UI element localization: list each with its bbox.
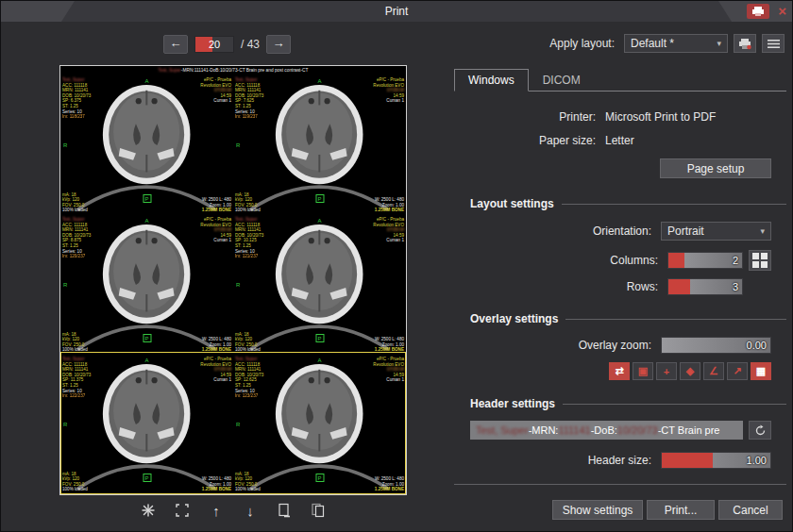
- remove-page-button[interactable]: [272, 501, 296, 520]
- printer-plus-icon: [738, 38, 751, 50]
- ct-image-cell[interactable]: Test, Super ACC: 111118 MRN: 111141 DOB:…: [60, 215, 233, 355]
- cell-overlay-top-left: Test, Super ACC: 111118 MRN: 111141 DOB:…: [235, 77, 263, 120]
- preview-cell-grid: Test, Super ACC: 111118 MRN: 111141 DOB:…: [60, 75, 406, 494]
- layout-grid-picker-button[interactable]: [749, 250, 771, 271]
- columns-slider[interactable]: 2: [667, 252, 743, 269]
- tab-dicom[interactable]: DICOM: [529, 69, 595, 91]
- ct-image-cell[interactable]: Test, Super ACC: 111118 MRN: 111141 DOB:…: [233, 355, 406, 494]
- cancel-button[interactable]: Cancel: [718, 500, 783, 520]
- fit-to-window-button[interactable]: [170, 501, 194, 520]
- dialog-footer: Show settings Print... Cancel: [552, 500, 783, 520]
- cell-facility: eP/C - Prueba: [200, 77, 231, 83]
- chevron-down-icon: ▾: [760, 226, 765, 236]
- actual-size-button[interactable]: [136, 501, 160, 520]
- ct-image-cell[interactable]: Test, Super ACC: 111118 MRN: 111141 DOB:…: [233, 215, 406, 355]
- cell-loaded-status: 100% loaded: [235, 347, 261, 353]
- header-size-value: 1.00: [747, 453, 767, 468]
- cell-overlay-top-right: eP/C - Prueba Revolution EVO 07/25/18 14…: [200, 357, 231, 383]
- orientation-select[interactable]: Portrait ▾: [661, 222, 771, 241]
- cell-mrn: MRN: 111141: [62, 367, 91, 373]
- rows-slider[interactable]: 3: [667, 278, 743, 295]
- header-patient-name: Test, Super: [476, 424, 529, 436]
- print-button[interactable]: Print...: [647, 500, 715, 520]
- cell-overlay-bottom-left: mA: 18 kVp: 120 FOV: 250.0 100% loaded: [62, 472, 88, 492]
- cell-study-date: 07/25/18: [200, 227, 231, 233]
- cell-mrn: MRN: 111141: [235, 227, 263, 233]
- cell-overlay-top-left: Test, Super ACC: 111118 MRN: 111141 DOB:…: [235, 217, 263, 259]
- cell-overlay-bottom-left: mA: 18 kVp: 120 FOV: 250.0 100% loaded: [235, 472, 261, 492]
- layout-select[interactable]: Default * ▾: [624, 34, 728, 53]
- refresh-icon: [754, 424, 767, 437]
- cell-facility: eP/C - Prueba: [373, 217, 404, 223]
- orientation-row: Orientation: Portrait ▾: [454, 222, 786, 241]
- ruler-overlay-icon[interactable]: ∠: [703, 362, 724, 380]
- overlay-toggle-buttons: ⇄▣+◈∠↗▦: [454, 362, 786, 380]
- cell-extra-label: Cuman 1: [373, 98, 404, 104]
- paper-size-value: Letter: [605, 134, 786, 147]
- overlay-zoom-label: Overlay zoom:: [454, 339, 651, 352]
- crosshair-overlay-icon[interactable]: +: [656, 362, 677, 380]
- cell-overlay-bottom-left: mA: 18 kVp: 120 FOV: 250.0 100% loaded: [62, 192, 88, 213]
- page-header-text: -MRN:111141-DoB:10/20/73-CT Brain pre an…: [181, 68, 309, 73]
- header-size-slider[interactable]: 1.00: [661, 452, 771, 469]
- page-number-slider[interactable]: 20: [194, 36, 234, 53]
- cell-patient-name: Test, Super: [235, 217, 263, 223]
- ct-image-cell[interactable]: Test, Super ACC: 111118 MRN: 111141 DOB:…: [60, 75, 233, 215]
- cell-preset: 1.25MM BONE: [202, 208, 231, 213]
- cell-overlay-top-left: Test, Super ACC: 111118 MRN: 111141 DOB:…: [235, 357, 263, 399]
- print-dialog: Print × ← 20 / 43 → Apply layout: Defaul…: [0, 0, 793, 532]
- save-layout-button[interactable]: [734, 34, 756, 53]
- cell-window-level: W: 2500 L: 480: [202, 197, 231, 203]
- pan-overlay-icon[interactable]: ⇄: [609, 362, 630, 380]
- cell-image-number: Im: 118/237: [62, 114, 91, 120]
- duplicate-page-button[interactable]: [306, 501, 330, 520]
- ct-image-cell[interactable]: Test, Super ACC: 111118 MRN: 111141 DOB:…: [233, 75, 406, 215]
- orientation-right-marker: R: [63, 282, 67, 288]
- tab-windows[interactable]: Windows: [454, 69, 529, 91]
- close-icon[interactable]: ×: [778, 4, 786, 19]
- previous-page-button[interactable]: ←: [163, 35, 188, 54]
- print-preview-page[interactable]: Test, Super-MRN:111141-DoB:10/20/73-CT B…: [59, 65, 407, 495]
- cell-facility: eP/C - Prueba: [200, 357, 231, 362]
- cell-overlay-bottom-right: W: 2500 L: 480 Zoom: 1.00 1.25MM BONE: [375, 476, 404, 492]
- duplicate-page-icon: [311, 503, 326, 518]
- cell-preset: 1.25MM BONE: [375, 208, 404, 213]
- next-page-button[interactable]: →: [266, 35, 291, 54]
- ct-image-cell[interactable]: Test, Super ACC: 111118 MRN: 111141 DOB:…: [60, 355, 233, 494]
- header-dob-prefix: -DoB:: [591, 424, 617, 436]
- orientation-right-marker: R: [236, 282, 240, 288]
- cell-preset: 1.25MM BONE: [375, 347, 404, 353]
- layout-list-button[interactable]: [762, 34, 785, 53]
- orientation-right-marker: R: [236, 422, 240, 427]
- cell-overlay-top-right: eP/C - Prueba Revolution EVO 07/25/18 14…: [373, 77, 404, 104]
- cell-window-level: W: 2500 L: 480: [375, 197, 404, 203]
- stack-overlay-icon[interactable]: ▣: [633, 362, 653, 380]
- paper-size-label: Paper size:: [454, 134, 596, 147]
- paper-size-row: Paper size: Letter: [454, 134, 786, 147]
- grid-overlay-icon[interactable]: ▦: [751, 362, 771, 380]
- orientation-right-marker: R: [63, 142, 67, 148]
- cell-overlay-bottom-left: mA: 18 kVp: 120 FOV: 250.0 100% loaded: [235, 332, 261, 353]
- move-page-up-button[interactable]: ↑: [204, 501, 228, 520]
- cell-image-number: Im: 120/237: [62, 254, 91, 259]
- cell-image-number: Im: 119/237: [235, 114, 263, 120]
- cell-study-date: 07/25/18: [373, 88, 404, 93]
- page-setup-button[interactable]: Page setup: [660, 158, 771, 178]
- move-page-down-button[interactable]: ↓: [238, 501, 262, 520]
- layout-select-value: Default *: [631, 37, 674, 50]
- section-divider: [565, 319, 786, 320]
- overlay-zoom-slider[interactable]: 0.00: [661, 337, 771, 354]
- cell-facility: eP/C - Prueba: [373, 357, 404, 362]
- header-text-field[interactable]: Test, Super-MRN:111141-DoB:10/20/73-CT B…: [470, 421, 743, 440]
- annotation-overlay-icon[interactable]: ↗: [727, 362, 748, 380]
- cell-overlay-top-left: Test, Super ACC: 111118 MRN: 111141 DOB:…: [62, 357, 91, 399]
- refresh-header-button[interactable]: [749, 421, 771, 440]
- print-queue-icon[interactable]: [747, 4, 769, 19]
- printer-icon: [751, 6, 765, 17]
- cube-overlay-icon[interactable]: ◈: [680, 362, 700, 380]
- cell-extra-label: Cuman 1: [200, 98, 231, 104]
- cell-overlay-top-right: eP/C - Prueba Revolution EVO 07/25/18 14…: [373, 217, 404, 243]
- section-divider: [563, 404, 786, 405]
- show-settings-button[interactable]: Show settings: [552, 500, 643, 520]
- header-settings-title: Header settings: [470, 397, 555, 410]
